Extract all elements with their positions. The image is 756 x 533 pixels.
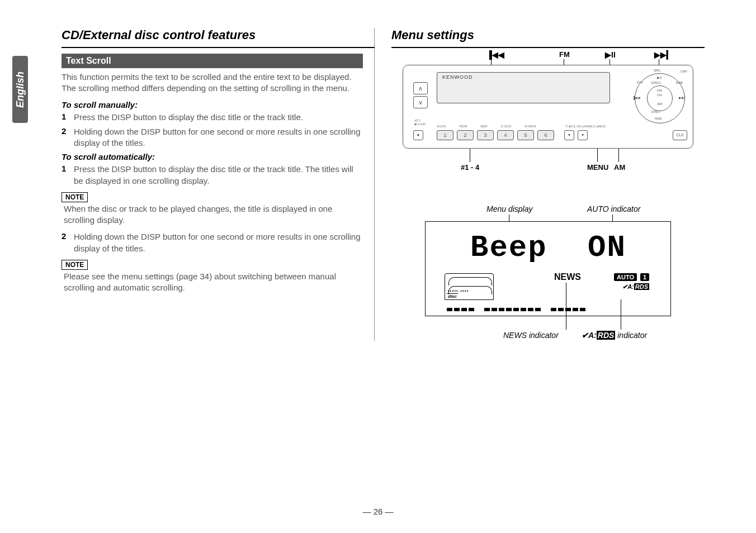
tiny-btn-2[interactable]: ▾: [578, 130, 588, 140]
manual-step-2: 2 Holding down the DISP button for one s…: [62, 126, 363, 149]
callout-am: AM: [614, 163, 625, 172]
att-loud-label: ATT ■LOUD: [414, 119, 426, 126]
note-1: When the disc or track to be played chan…: [64, 203, 363, 226]
control-dial[interactable]: SRC OFF ▶II PTY DISC+ DAB FM CH ▐◀◀ ▶▶▎ …: [635, 73, 685, 123]
callout-auto-indicator: AUTO indicator: [587, 204, 640, 213]
rds-badge: ✔A:RDS: [622, 283, 649, 291]
callout-prev: ▐◀◀: [486, 50, 504, 59]
callout-news-indicator: NEWS indicator: [503, 331, 559, 340]
note-2: Please see the menu settings (page 34) a…: [64, 271, 363, 294]
progress-dots: [447, 303, 649, 308]
callout-presets: #1 - 4: [461, 163, 479, 172]
preset-2[interactable]: 2: [457, 130, 474, 140]
one-badge: 1: [640, 273, 649, 281]
preset-1[interactable]: 1: [437, 130, 453, 140]
right-title: Menu settings: [391, 28, 705, 42]
note-label-2: NOTE: [62, 260, 88, 270]
auto-step-1: 1 Press the DISP button to display the d…: [62, 164, 363, 187]
manual-step-1: 1 Press the DISP button to display the d…: [62, 112, 363, 123]
vol-up-button[interactable]: ∧: [413, 82, 428, 94]
preset-3[interactable]: 3: [477, 130, 494, 140]
left-column: CD/External disc control features Text S…: [62, 28, 375, 341]
preset-button-row: 1 2 3 4 5 6: [437, 130, 554, 140]
intro-text: This function permits the text to be scr…: [62, 72, 363, 94]
page-number: — 26 —: [0, 507, 756, 516]
manual-heading: To scroll manually:: [62, 100, 363, 110]
display-text-left: Beep: [470, 233, 547, 263]
callout-next: ▶▶▎: [654, 50, 673, 59]
callout-playpause: ▶II: [605, 50, 616, 59]
news-indicator: NEWS: [554, 272, 581, 282]
right-column: Menu settings ▐◀◀ FM ▶II ▶▶▎: [391, 28, 705, 341]
function-labels: SCAN RDM REP D.SCN M.RDM: [437, 125, 536, 128]
preset-5[interactable]: 5: [517, 130, 534, 140]
preset-6[interactable]: 6: [537, 130, 554, 140]
language-tab: English: [12, 56, 28, 123]
disc-label: disc: [447, 293, 458, 299]
tiny-btn-1[interactable]: ▾: [564, 130, 574, 140]
callout-menu-display: Menu display: [486, 204, 533, 213]
auto-step-2: 2 Holding down the DISP button for one s…: [62, 231, 363, 254]
vol-down-button[interactable]: ∨: [413, 96, 428, 108]
disc-dots: ▪▪▪▪▪ ▪▪▪▪: [448, 288, 469, 293]
callout-rds-indicator: ✔A:RDS indicator: [582, 331, 647, 340]
preset-4[interactable]: 4: [497, 130, 514, 140]
auto-badge: AUTO: [614, 273, 637, 281]
att-button[interactable]: ●: [413, 130, 423, 140]
clk-button[interactable]: CLK: [673, 130, 687, 140]
ti-labels: TI ■VOL.ADJ ●NAME.S ●MENU: [565, 125, 606, 128]
brand-label: KENWOOD: [442, 74, 473, 80]
radio-illustration: ▐◀◀ FM ▶II ▶▶▎ KENWOOD ∧: [391, 65, 705, 149]
text-scroll-heading: Text Scroll: [62, 54, 363, 68]
display-text-right: ON: [588, 233, 626, 263]
note-label-1: NOTE: [62, 192, 88, 202]
callout-menu: MENU: [587, 163, 608, 172]
left-title: CD/External disc control features: [62, 28, 363, 42]
auto-heading: To scroll automatically:: [62, 152, 363, 161]
display-illustration: Menu display AUTO indicator Beep ON ▪▪▪▪…: [425, 221, 671, 316]
callout-fm: FM: [559, 50, 570, 59]
